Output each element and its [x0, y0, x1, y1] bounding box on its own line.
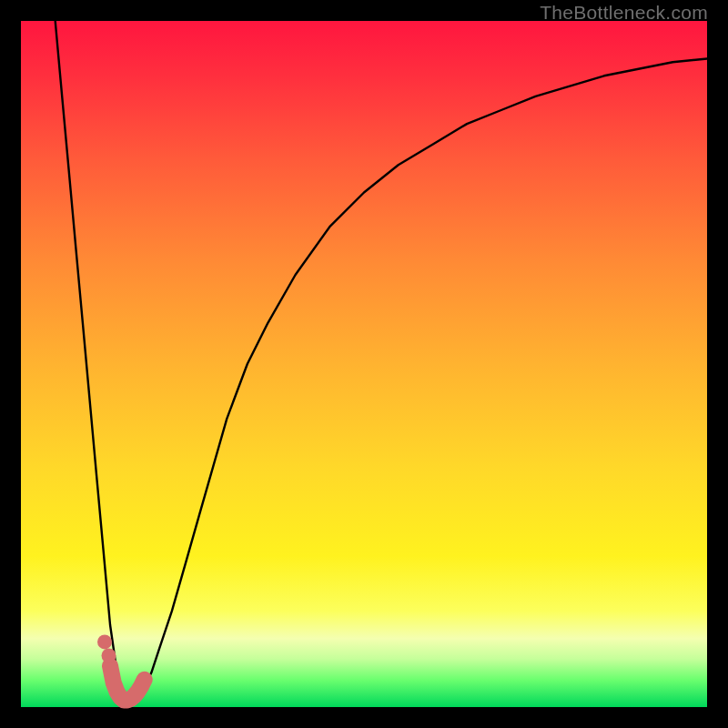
highlight-dot [97, 634, 112, 649]
chart-svg [21, 21, 707, 707]
chart-frame: TheBottleneck.com [0, 0, 728, 728]
highlight-band-path [110, 666, 145, 701]
curve-path [56, 21, 707, 701]
highlight-dot [102, 649, 116, 663]
chart-plot-area [21, 21, 707, 707]
